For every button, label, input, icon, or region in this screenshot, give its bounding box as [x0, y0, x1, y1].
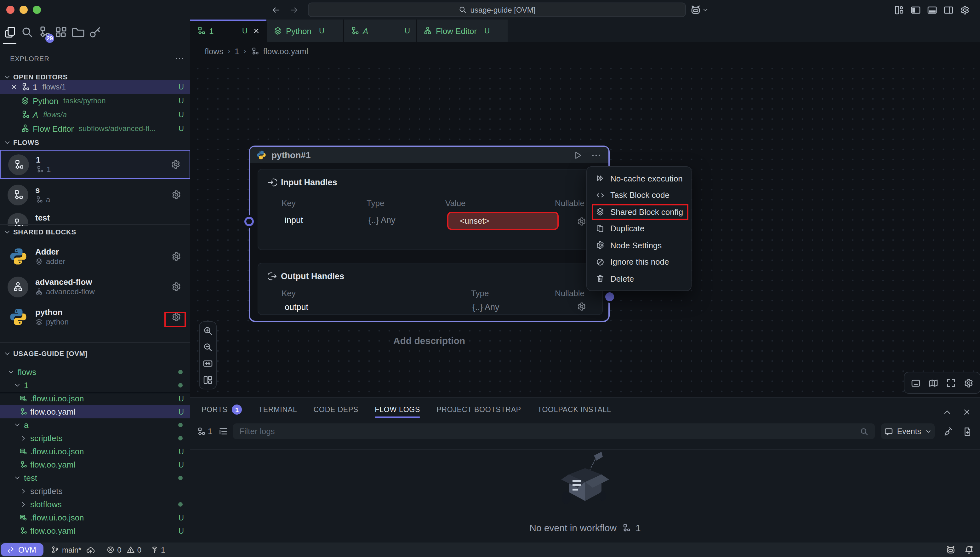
menu-item-shared-block-config[interactable]: Shared Block config [587, 204, 691, 220]
toggle-panel-icon[interactable] [911, 378, 921, 388]
log-level-icon[interactable] [219, 427, 228, 436]
filter-logs-input[interactable]: Filter logs [233, 423, 875, 439]
close-tab-icon[interactable] [253, 27, 260, 35]
breadcrumb[interactable]: flows›1›flow.oo.yaml [190, 42, 980, 60]
input-connector[interactable] [244, 217, 254, 226]
node-more-icon[interactable] [592, 150, 601, 160]
breadcrumb-item[interactable]: flow.oo.yaml [263, 46, 308, 56]
panel-close-icon[interactable] [962, 408, 971, 417]
zoom-out-icon[interactable] [203, 342, 213, 352]
open-editor-item-1[interactable]: 1flows/1U [0, 80, 190, 94]
close-editor-icon[interactable] [10, 83, 18, 91]
tree-item--flow-ui-oo-json[interactable]: .flow.ui.oo.jsonU [0, 392, 190, 405]
panel-tab-code-deps[interactable]: CODE DEPS [314, 401, 359, 418]
settings-gear-icon[interactable] [960, 5, 970, 15]
minimap-icon[interactable] [928, 378, 938, 388]
tree-item-flow-oo-yaml[interactable]: flow.oo.yamlU [0, 524, 190, 537]
tree-item-flow-oo-yaml[interactable]: flow.oo.yamlU [0, 405, 190, 419]
output-gear-icon[interactable] [577, 302, 587, 311]
menu-item-task-block-code[interactable]: Task Block code [587, 187, 691, 204]
panel-collapse-icon[interactable] [943, 408, 952, 417]
notifications-bell-icon[interactable] [964, 545, 974, 554]
card-advanced-flow[interactable]: advanced-flowadvanced-flow [0, 272, 190, 301]
menu-item-delete[interactable]: Delete [587, 270, 691, 287]
breadcrumb-item[interactable]: flows [205, 46, 223, 56]
forward-icon[interactable] [289, 5, 299, 15]
card-settings-gear-icon[interactable] [171, 190, 181, 200]
tree-item-a[interactable]: a [0, 419, 190, 432]
extensions-icon[interactable] [52, 23, 69, 42]
traffic-lights[interactable] [6, 6, 41, 14]
tree-item-1[interactable]: 1 [0, 379, 190, 392]
minimize-window-button[interactable] [20, 6, 28, 14]
flow-ref[interactable]: 1 [197, 427, 212, 436]
ports-indicator[interactable]: 1 [150, 546, 165, 554]
chevron-down-icon[interactable] [4, 228, 11, 235]
menu-item-no-cache-execution[interactable]: No-cache execution [587, 170, 691, 187]
panel-tab-terminal[interactable]: TERMINAL [258, 401, 297, 418]
card-1[interactable]: 11 [0, 150, 190, 179]
zoom-in-icon[interactable] [203, 326, 213, 336]
card-settings-gear-icon[interactable] [171, 251, 181, 262]
tree-item-test[interactable]: test [0, 471, 190, 485]
add-description[interactable]: Add description [249, 335, 609, 346]
events-dropdown[interactable]: Events [881, 423, 934, 439]
flow-node-python1[interactable]: python#1 Input Handles Key Type [249, 145, 609, 322]
clear-logs-icon[interactable] [943, 426, 954, 436]
card-test[interactable]: test [0, 210, 190, 226]
card-s[interactable]: sa [0, 180, 190, 209]
output-connector[interactable] [605, 292, 614, 301]
flow-canvas[interactable]: python#1 Input Handles Key Type [190, 60, 980, 397]
open-editor-item-flow-editor[interactable]: Flow Editorsubflows/advanced-fl...U [0, 122, 190, 135]
tree-item-flow-oo-yaml[interactable]: flow.oo.yamlU [0, 458, 190, 471]
tree-item-scriptlets[interactable]: scriptlets [0, 485, 190, 498]
export-logs-icon[interactable] [962, 426, 972, 436]
fit-view-icon[interactable] [203, 358, 213, 369]
toggle-secondary-sidebar-icon[interactable] [943, 5, 954, 15]
canvas-settings-icon[interactable] [964, 378, 974, 388]
card-settings-gear-icon[interactable] [171, 160, 181, 169]
breadcrumb-item[interactable]: 1 [235, 46, 239, 56]
menu-item-node-settings[interactable]: Node Settings [587, 237, 691, 254]
node-header[interactable]: python#1 [250, 147, 608, 163]
chevron-down-icon[interactable] [4, 139, 11, 146]
keys-icon[interactable] [86, 23, 103, 42]
menu-item-ignore-this-node[interactable]: Ignore this node [587, 254, 691, 270]
chevron-down-icon[interactable] [4, 350, 11, 357]
tab-python[interactable]: PythonU [267, 20, 344, 42]
robot-icon[interactable] [946, 545, 956, 554]
panel-tab-project-bootstrap[interactable]: PROJECT BOOTSTRAP [436, 401, 521, 418]
input-value-unset[interactable]: <unset> [447, 212, 559, 230]
tree-item--flow-ui-oo-json[interactable]: .flow.ui.oo.jsonU [0, 445, 190, 458]
explorer-more-icon[interactable] [175, 54, 184, 63]
problems-indicator[interactable]: 0 0 [106, 546, 141, 554]
fullscreen-icon[interactable] [946, 378, 956, 388]
open-editor-item-python[interactable]: Pythontasks/pythonU [0, 94, 190, 108]
input-gear-icon[interactable] [577, 217, 587, 226]
panel-tab-toolpack-install[interactable]: TOOLPACK INSTALL [538, 401, 611, 418]
source-control-icon[interactable]: 29 [35, 23, 52, 42]
tab-a[interactable]: AU [344, 20, 417, 42]
run-node-icon[interactable] [573, 150, 583, 160]
menu-item-duplicate[interactable]: Duplicate [587, 220, 691, 237]
close-window-button[interactable] [6, 6, 15, 14]
chevron-down-icon[interactable] [4, 73, 11, 80]
search-icon[interactable] [18, 23, 35, 42]
tab-1[interactable]: 1U [190, 20, 267, 42]
toggle-panel-icon[interactable] [927, 5, 937, 15]
branch-indicator[interactable]: main* [51, 546, 95, 554]
tree-item-slotflows[interactable]: slotflows [0, 498, 190, 511]
assistant-menu[interactable] [690, 0, 709, 20]
command-center-search[interactable]: usage-guide [OVM] [308, 3, 686, 17]
toggle-sidebar-icon[interactable] [911, 5, 921, 15]
tree-item-scriptlets[interactable]: scriptlets [0, 432, 190, 445]
open-editor-item-a[interactable]: Aflows/aU [0, 108, 190, 122]
card-settings-gear-icon[interactable] [171, 282, 181, 292]
remote-indicator[interactable]: OVM [1, 543, 44, 556]
customize-layout-icon[interactable] [894, 5, 904, 15]
folder-icon[interactable] [69, 23, 86, 42]
tab-flow-editor[interactable]: Flow EditorU [417, 20, 508, 42]
panel-tab-ports[interactable]: PORTS1 [202, 401, 242, 418]
back-icon[interactable] [271, 5, 281, 15]
tree-item--flow-ui-oo-json[interactable]: .flow.ui.oo.jsonU [0, 511, 190, 524]
